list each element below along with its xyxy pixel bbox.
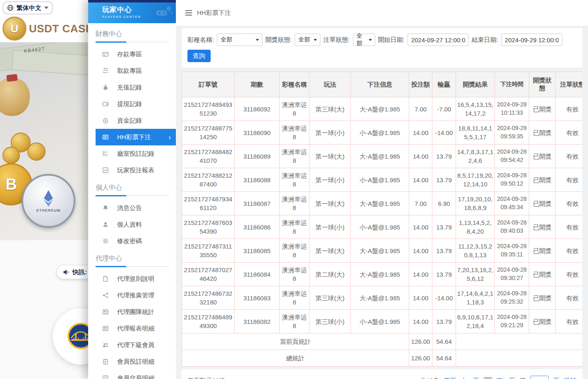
cell-drawstatus: 已開獎 [529, 145, 556, 168]
cell-time: 2024-09-28 09:25:32 [495, 286, 529, 310]
cell-orderstatus: 有效 [556, 286, 583, 310]
cell-drawstatus: 已開獎 [529, 97, 556, 121]
sidebar-item-0-5[interactable]: HH彩票下注› [96, 129, 176, 145]
first-page-link[interactable]: 首页 [444, 377, 456, 379]
cell-orderstatus: 有效 [556, 310, 583, 333]
cell-result: 6,9,10,8,17,12,18,4 [456, 310, 495, 333]
sidebar-item-2-1[interactable]: 代理推廣管理 [96, 287, 176, 304]
jump-link[interactable]: 跳转 [564, 377, 576, 379]
sidebar-item-2-0[interactable]: 代理規則說明 [96, 270, 176, 287]
funds-record-icon [102, 117, 109, 124]
sidebar-item-1-1[interactable]: 個人資料 [96, 216, 176, 233]
cell-result: 17,19,20,10,18,6,8,9 [456, 192, 495, 215]
page-header-bar: HH彩票下注 [176, 0, 588, 26]
cell-order: 2152172748648949300 [182, 310, 235, 333]
end-date-input[interactable] [501, 34, 562, 46]
sidebar-item-label: 取款專區 [117, 67, 142, 75]
player-center-panel: 玩家中心 PLAYERS CENTER 財務中心存款專區取款專區充值記錄提現記錄… [88, 0, 588, 379]
current-page-badge[interactable]: 1 [484, 377, 492, 379]
filter-row: 彩種名稱: 全部 開獎狀態: 全部 注單狀態: 全部 開始日期: 結束日期: [187, 34, 576, 46]
cell-info: 小-A盤@1.985 [351, 310, 409, 333]
next-page-link[interactable]: 下一页 [497, 377, 515, 379]
cell-issue: 31186082 [235, 310, 280, 333]
sidebar-item-2-4[interactable]: 代理下級會員 [96, 337, 176, 353]
cell-issue: 31186087 [235, 192, 280, 215]
cell-lottery: 澳洲幸运8 [280, 286, 310, 310]
sidebar-item-2-6[interactable]: 會員交易明細 [96, 370, 176, 379]
lottery-name-select[interactable]: 全部 [217, 34, 262, 46]
cell-issue: 31186092 [235, 97, 280, 121]
cell-info: 大-A盤@1.985 [351, 97, 409, 121]
cell-drawstatus: 已開獎 [529, 310, 556, 333]
cell-issue: 31186089 [235, 145, 280, 168]
language-selector[interactable]: 繁体中文 [2, 1, 53, 14]
cell-issue: 31186088 [235, 168, 280, 192]
column-header-info: 下注信息 [351, 72, 409, 97]
cell-info: 小-A盤@1.985 [351, 121, 409, 145]
hero-photo: KB4627 B ETHEREUM [0, 42, 99, 240]
language-label: 繁体中文 [17, 4, 41, 12]
withdraw-record-icon [102, 101, 109, 108]
start-date-input[interactable] [408, 34, 469, 46]
cell-time: 2024-09-28 10:11:33 [495, 97, 529, 121]
hall-bet-record-icon [102, 150, 109, 157]
cell-time: 2024-09-28 09:35:11 [495, 239, 529, 263]
chevron-right-icon: › [168, 134, 171, 141]
sidebar-item-label: 代理報表明細 [117, 325, 154, 333]
cell-play: 第一球(小) [310, 121, 351, 145]
withdraw-icon [102, 68, 109, 75]
member-bets-icon [102, 358, 109, 365]
search-button[interactable]: 查詢 [187, 50, 211, 62]
sidebar-item-1-2[interactable]: 修改密碼 [96, 233, 176, 249]
column-header-play: 玩法 [310, 72, 351, 97]
column-header-order: 訂單號 [182, 72, 235, 97]
section-title-1: 個人中心 [96, 183, 168, 192]
prev-page-link[interactable]: 上一页 [461, 377, 479, 379]
section-underline [96, 266, 168, 267]
sidebar-item-2-5[interactable]: 會員投註明細 [96, 353, 176, 370]
page-title: HH彩票下注 [197, 9, 231, 17]
member-trans-icon [102, 375, 109, 379]
table-row: 215217274867323218031186083澳洲幸运8第三球(大)大-… [182, 286, 583, 310]
sidebar-item-0-3[interactable]: 提現記錄 [96, 96, 176, 112]
main-content: HH彩票下注 彩種名稱: 全部 開獎狀態: 全部 注單狀態: 全部 [176, 0, 588, 379]
sidebar-item-label: HH彩票下注 [117, 133, 151, 141]
sidebar-item-0-0[interactable]: 存款專區 [96, 46, 176, 63]
pager: 共10条 首页 上一页 1 下一页 第 页 跳转 [420, 376, 576, 379]
section-underline [96, 41, 168, 43]
profile-icon [102, 221, 109, 228]
lottery-name-value: 全部 [221, 36, 232, 43]
cell-lottery: 澳洲幸运8 [280, 263, 310, 286]
sidebar-item-label: 消息公告 [117, 204, 142, 212]
order-status-label: 注單狀態: [323, 36, 350, 44]
cell-winloss: 13.79 [432, 239, 456, 263]
draw-status-label: 開獎狀態: [265, 36, 292, 44]
sidebar-item-2-2[interactable]: 代理團隊統計 [96, 304, 176, 320]
jump-page-input[interactable] [530, 376, 549, 379]
draw-status-select[interactable]: 全部 [295, 34, 320, 46]
money-bag-image [0, 78, 30, 116]
cell-winloss: 13.79 [432, 145, 456, 168]
cell-issue: 31186086 [235, 215, 280, 239]
cell-lottery: 澳洲幸运8 [280, 310, 310, 333]
gold-coin-image [2, 147, 20, 164]
sidebar-item-label: 代理規則說明 [117, 275, 154, 283]
table-row: 215217274879346112031186087澳洲幸运8第一球(大)大-… [182, 192, 583, 215]
summary-bet-amount: 126.00 [409, 333, 432, 350]
sidebar-item-0-6[interactable]: 廳室投註記錄 [96, 145, 176, 162]
sidebar-item-label: 充值記錄 [117, 84, 142, 92]
section-title-2: 代理中心 [96, 254, 168, 263]
sidebar-item-0-4[interactable]: 資金記錄 [96, 112, 176, 129]
sidebar-item-0-1[interactable]: 取款專區 [96, 63, 176, 79]
sidebar-item-2-3[interactable]: 代理報表明細 [96, 320, 176, 337]
order-status-select[interactable]: 全部 [353, 34, 375, 46]
sidebar-item-0-7[interactable]: 玩家投注報表 [96, 162, 176, 179]
column-header-amount: 投注額 [409, 72, 432, 97]
sidebar-item-label: 代理下級會員 [117, 341, 154, 349]
cell-lottery: 澳洲幸运8 [280, 168, 310, 192]
column-header-drawstatus: 開獎狀態 [529, 72, 556, 97]
hamburger-menu-icon[interactable] [185, 10, 192, 16]
sidebar-item-0-2[interactable]: 充值記錄 [96, 79, 176, 96]
summary-label: 總統計 [182, 350, 409, 367]
sidebar-item-1-0[interactable]: 消息公告 [96, 200, 176, 216]
